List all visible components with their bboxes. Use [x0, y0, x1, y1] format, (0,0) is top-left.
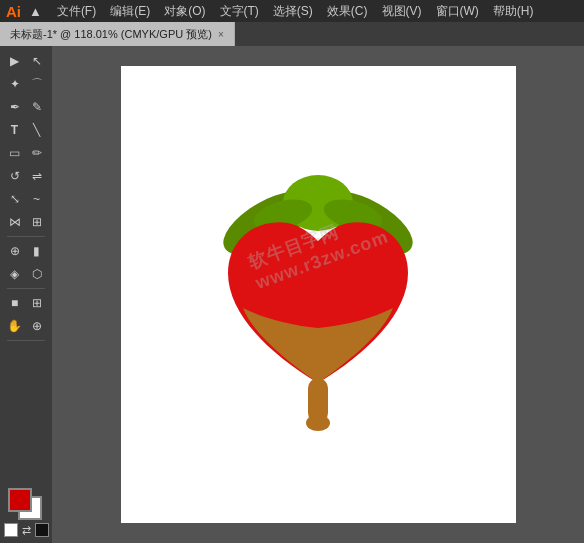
menu-edit[interactable]: 编辑(E): [103, 1, 157, 22]
gradient-tool-group: ■ ⊞: [4, 292, 48, 314]
color-small-icons: ⇄: [4, 523, 49, 537]
strawberry-body: [228, 222, 408, 431]
scale-tool-group: ⤡ ~: [4, 188, 48, 210]
pen-tool[interactable]: ✒: [4, 96, 25, 118]
selection-tool-group: ▶ ↖: [4, 50, 48, 72]
color-area: ⇄: [4, 488, 48, 537]
main-area: ▶ ↖ ✦ ⌒ ✒ ✎ T ╲ ▭ ✏ ↺ ⇌ ⤡ ~ ⋈ ⊞: [0, 46, 584, 543]
menu-effect[interactable]: 效果(C): [320, 1, 375, 22]
shape-tool-group: ▭ ✏: [4, 142, 48, 164]
menu-window[interactable]: 窗口(W): [429, 1, 486, 22]
canvas-area: 软牛目字网www.r3zw.com: [52, 46, 584, 543]
swap-colors-icon[interactable]: ⇄: [22, 524, 31, 537]
color-boxes[interactable]: [8, 488, 44, 520]
hand-tool[interactable]: ✋: [4, 315, 25, 337]
tab-bar: 未标题-1* @ 118.01% (CMYK/GPU 预览) ×: [0, 22, 584, 46]
selection-tool[interactable]: ▶: [4, 50, 25, 72]
menu-object[interactable]: 对象(O): [157, 1, 212, 22]
app-logo-icon: ▲: [29, 4, 42, 19]
toolbar-separator-3: [7, 340, 45, 341]
rotate-tool-group: ↺ ⇌: [4, 165, 48, 187]
lasso-tool-group: ✦ ⌒: [4, 73, 48, 95]
foreground-color-box[interactable]: [8, 488, 32, 512]
rectangle-tool[interactable]: ▭: [4, 142, 25, 164]
document-tab[interactable]: 未标题-1* @ 118.01% (CMYK/GPU 预览) ×: [0, 22, 235, 46]
free-transform-tool[interactable]: ⊞: [26, 211, 47, 233]
rotate-tool[interactable]: ↺: [4, 165, 25, 187]
menu-help[interactable]: 帮助(H): [486, 1, 541, 22]
none-color-icon[interactable]: [35, 523, 49, 537]
scale-tool[interactable]: ⤡: [4, 188, 25, 210]
gradient-tool[interactable]: ■: [4, 292, 25, 314]
chart-tool[interactable]: ▮: [26, 240, 47, 262]
tab-label: 未标题-1* @ 118.01% (CMYK/GPU 预览): [10, 27, 212, 42]
document-canvas: 软牛目字网www.r3zw.com: [121, 66, 516, 523]
width-tool-group: ⋈ ⊞: [4, 211, 48, 233]
reflect-tool[interactable]: ⇌: [26, 165, 47, 187]
svg-point-6: [306, 415, 330, 431]
shape-builder-tool[interactable]: ⊕: [4, 240, 25, 262]
toolbar-separator-1: [7, 236, 45, 237]
menu-bar: Ai ▲ 文件(F) 编辑(E) 对象(O) 文字(T) 选择(S) 效果(C)…: [0, 0, 584, 22]
eyedropper-group: ◈ ⬡: [4, 263, 48, 285]
tab-close-button[interactable]: ×: [218, 29, 224, 40]
menu-type[interactable]: 文字(T): [213, 1, 266, 22]
type-tool-group: T ╲: [4, 119, 48, 141]
paintbrush-tool[interactable]: ✏: [26, 142, 47, 164]
direct-selection-tool[interactable]: ↖: [26, 50, 47, 72]
zoom-tool-group: ✋ ⊕: [4, 315, 48, 337]
shape-builder-group: ⊕ ▮: [4, 240, 48, 262]
width-tool[interactable]: ⋈: [4, 211, 25, 233]
strawberry-illustration: [208, 143, 428, 446]
warp-tool[interactable]: ~: [26, 188, 47, 210]
magic-wand-tool[interactable]: ✦: [4, 73, 25, 95]
type-tool[interactable]: T: [4, 119, 25, 141]
left-toolbar: ▶ ↖ ✦ ⌒ ✒ ✎ T ╲ ▭ ✏ ↺ ⇌ ⤡ ~ ⋈ ⊞: [0, 46, 52, 543]
mesh-tool[interactable]: ⊞: [26, 292, 47, 314]
blend-tool[interactable]: ⬡: [26, 263, 47, 285]
toolbar-separator-2: [7, 288, 45, 289]
add-anchor-tool[interactable]: ✎: [26, 96, 47, 118]
eyedropper-tool[interactable]: ◈: [4, 263, 25, 285]
lasso-tool[interactable]: ⌒: [26, 73, 47, 95]
line-tool[interactable]: ╲: [26, 119, 47, 141]
menu-select[interactable]: 选择(S): [266, 1, 320, 22]
app-logo: Ai: [6, 3, 21, 20]
default-colors-icon[interactable]: [4, 523, 18, 537]
zoom-tool[interactable]: ⊕: [26, 315, 47, 337]
menu-file[interactable]: 文件(F): [50, 1, 103, 22]
pen-tool-group: ✒ ✎: [4, 96, 48, 118]
menu-view[interactable]: 视图(V): [375, 1, 429, 22]
